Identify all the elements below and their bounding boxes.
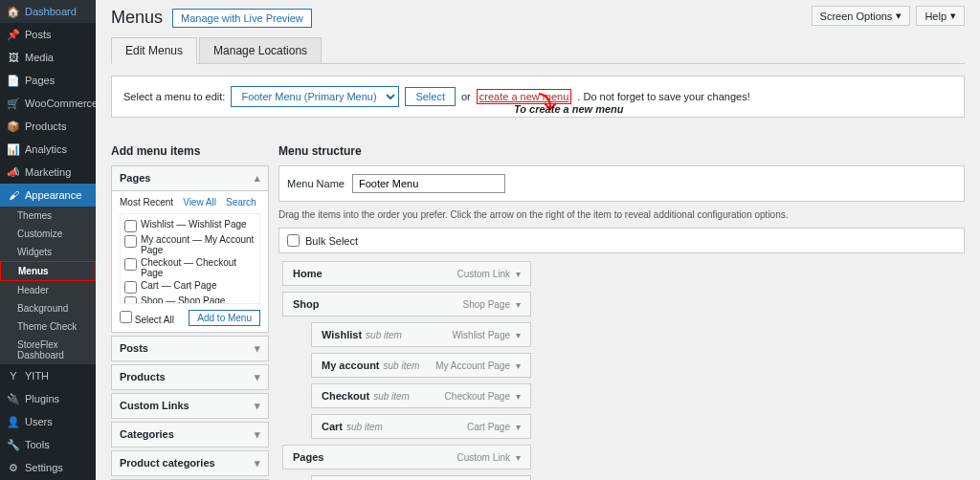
- main-content: Screen Options▾ Help▾ Menus Manage with …: [96, 0, 980, 480]
- sidebar-sub-storeflex-dashboard[interactable]: StoreFlex Dashboard: [0, 336, 96, 364]
- live-preview-button[interactable]: Manage with Live Preview: [172, 9, 312, 28]
- accordion-posts[interactable]: Posts▾: [112, 337, 268, 360]
- menu-name-row: Menu Name: [278, 165, 965, 202]
- help-button[interactable]: Help▾: [916, 6, 965, 26]
- acc-tab-recent[interactable]: Most Recent: [120, 197, 173, 207]
- menu-icon: 🖼: [8, 52, 19, 63]
- sidebar-sub-header[interactable]: Header: [0, 281, 96, 299]
- page-item[interactable]: Wishlist — Wishlist Page: [124, 218, 256, 233]
- bulk-select-checkbox[interactable]: [287, 234, 300, 247]
- or-text: or: [461, 91, 471, 102]
- menu-name-input[interactable]: [352, 174, 505, 193]
- sidebar-item-users[interactable]: 👤Users: [0, 410, 96, 433]
- accordion-categories[interactable]: Categories▾: [112, 423, 268, 447]
- sidebar-sub-background[interactable]: Background: [0, 299, 96, 317]
- menu-structure-item[interactable]: My accountsub itemMy Account Page▾: [311, 353, 531, 378]
- page-item[interactable]: Checkout — Checkout Page: [124, 256, 256, 279]
- caret-down-icon: ▾: [516, 360, 521, 371]
- menu-dropdown[interactable]: Footer Menu (Primary Menu): [231, 86, 399, 107]
- menu-icon: 🏠: [8, 6, 19, 17]
- menu-icon: 📌: [8, 29, 19, 40]
- page-checkbox[interactable]: [124, 281, 137, 294]
- structure-heading: Menu structure: [278, 144, 965, 158]
- page-checkbox[interactable]: [124, 235, 137, 248]
- menu-structure-item[interactable]: Checkoutsub itemCheckout Page▾: [311, 383, 531, 408]
- select-all-checkbox[interactable]: [120, 311, 132, 323]
- menu-items-list: HomeCustom Link▾ShopShop Page▾Wishlistsu…: [278, 261, 965, 480]
- caret-down-icon: ▾: [516, 299, 521, 310]
- sidebar-sub-customize[interactable]: Customize: [0, 225, 96, 243]
- accordion-custom-links[interactable]: Custom Links▾: [112, 394, 268, 418]
- page-item[interactable]: My account — My Account Page: [124, 233, 256, 256]
- page-checkbox[interactable]: [124, 220, 137, 232]
- menu-structure-item[interactable]: PagesCustom Link▾: [282, 445, 531, 469]
- select-button[interactable]: Select: [405, 87, 456, 106]
- annotation-text: To create a new menu: [514, 103, 624, 115]
- pages-accordion: Pages▴ Most Recent View All Search Wishl…: [111, 165, 269, 333]
- page-title: Menus: [111, 8, 163, 28]
- page-item[interactable]: Cart — Cart Page: [124, 279, 256, 295]
- sidebar-item-plugins[interactable]: 🔌Plugins: [0, 387, 96, 410]
- drag-hint: Drag the items into the order you prefer…: [278, 209, 965, 220]
- sidebar-item-pages[interactable]: 📄Pages: [0, 69, 96, 92]
- sidebar-item-appearance[interactable]: 🖌Appearance: [0, 184, 96, 207]
- caret-down-icon: ▾: [516, 452, 521, 463]
- screen-options-button[interactable]: Screen Options▾: [812, 6, 911, 26]
- sidebar-sub-widgets[interactable]: Widgets: [0, 243, 96, 261]
- caret-down-icon: ▾: [516, 422, 521, 432]
- sidebar-item-analytics[interactable]: 📊Analytics: [0, 138, 96, 161]
- menu-structure-item[interactable]: Wishlistsub itemWishlist Page▾: [311, 322, 531, 347]
- sidebar-item-yith[interactable]: YYITH: [0, 364, 96, 387]
- page-checklist: Wishlist — Wishlist PageMy account — My …: [120, 213, 260, 304]
- accordion-product-categories[interactable]: Product categories▾: [112, 451, 268, 475]
- sidebar-item-products[interactable]: 📦Products: [0, 115, 96, 138]
- caret-down-icon: ▾: [255, 457, 260, 469]
- caret-down-icon: ▾: [516, 269, 521, 279]
- sidebar-item-tools[interactable]: 🔧Tools: [0, 433, 96, 456]
- menu-structure-item[interactable]: Archivesub itemCategory▾: [311, 475, 531, 480]
- tab-edit-menus[interactable]: Edit Menus: [111, 37, 197, 64]
- menu-icon: ⚙: [8, 462, 19, 473]
- sidebar-item-posts[interactable]: 📌Posts: [0, 23, 96, 46]
- menu-icon: 📄: [8, 75, 19, 86]
- tab-manage-locations[interactable]: Manage Locations: [199, 37, 322, 63]
- caret-up-icon: ▴: [255, 172, 260, 185]
- menu-icon: 📊: [8, 143, 19, 155]
- sidebar-item-woocommerce[interactable]: 🛒WooCommerce: [0, 92, 96, 115]
- accordion-products[interactable]: Products▾: [112, 365, 268, 389]
- menu-structure-item[interactable]: HomeCustom Link▾: [282, 261, 531, 286]
- tabs: Edit Menus Manage Locations: [111, 37, 965, 64]
- menu-structure-item[interactable]: ShopShop Page▾: [282, 292, 531, 316]
- add-items-heading: Add menu items: [111, 144, 269, 158]
- sidebar-item-media[interactable]: 🖼Media: [0, 46, 96, 69]
- sidebar-sub-menus[interactable]: Menus: [0, 261, 96, 281]
- page-checkbox[interactable]: [124, 258, 137, 271]
- caret-down-icon: ▾: [255, 371, 260, 383]
- pages-accordion-header[interactable]: Pages▴: [112, 166, 268, 191]
- sidebar-sub-themes[interactable]: Themes: [0, 207, 96, 225]
- caret-down-icon: ▾: [255, 400, 260, 412]
- sidebar-item-settings[interactable]: ⚙Settings: [0, 456, 96, 479]
- acc-tab-search[interactable]: Search: [226, 197, 256, 207]
- select-all-label[interactable]: Select All: [120, 311, 174, 325]
- sidebar-sub-theme-check[interactable]: Theme Check: [0, 317, 96, 336]
- menu-select-bar: Select a menu to edit: Footer Menu (Prim…: [111, 76, 965, 118]
- bulk-select-row: Bulk Select: [278, 228, 965, 253]
- bulk-select-label: Bulk Select: [305, 235, 358, 247]
- menu-structure-item[interactable]: Cartsub itemCart Page▾: [311, 414, 531, 439]
- menu-icon: 🛒: [8, 98, 19, 109]
- page-checkbox[interactable]: [124, 296, 137, 304]
- menu-icon: Y: [8, 370, 19, 382]
- page-item[interactable]: Shop — Shop Page: [124, 295, 256, 304]
- caret-down-icon: ▾: [255, 342, 260, 355]
- sidebar-item-marketing[interactable]: 📣Marketing: [0, 161, 96, 184]
- add-to-menu-button[interactable]: Add to Menu: [189, 310, 260, 326]
- caret-down-icon: ▾: [950, 10, 956, 22]
- sidebar-item-dashboard[interactable]: 🏠Dashboard: [0, 0, 96, 23]
- admin-sidebar: 🏠Dashboard📌Posts🖼Media📄Pages🛒WooCommerce…: [0, 0, 96, 480]
- after-text: . Do not forget to save your changes!: [577, 91, 749, 102]
- menu-icon: 📣: [8, 166, 19, 178]
- menu-icon: 🔌: [8, 393, 19, 404]
- menu-icon: 🔧: [8, 439, 19, 450]
- acc-tab-viewall[interactable]: View All: [183, 197, 216, 207]
